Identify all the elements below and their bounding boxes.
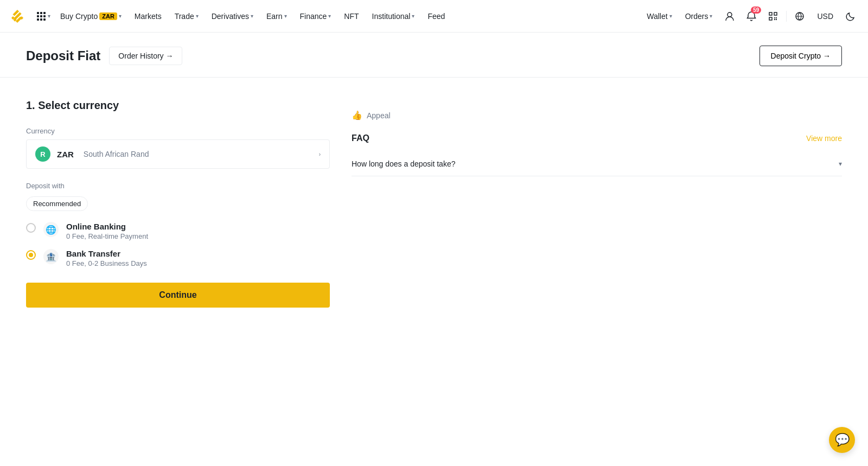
theme-toggle-button[interactable] [842,8,859,25]
faq-item-0[interactable]: How long does a deposit take? ▾ [352,152,842,176]
nav-item-derivatives[interactable]: Derivatives ▾ [206,9,259,24]
zar-badge: ZAR [99,12,117,20]
buy-crypto-chevron-icon: ▾ [119,13,122,19]
nav-item-feed[interactable]: Feed [422,9,450,24]
globe-icon [794,11,805,22]
wallet-chevron-icon: ▾ [669,13,672,19]
bank-transfer-desc: 0 Fee, 0-2 Business Days [66,259,147,267]
scan-icon [768,11,778,22]
appeal-row: 👍 Appeal [352,110,842,120]
orders-nav-item[interactable]: Orders ▾ [681,10,717,23]
currency-name: South African Rand [84,150,149,158]
appeal-label: Appeal [367,111,391,120]
continue-button[interactable]: Continue [26,283,330,308]
order-history-button[interactable]: Order History → [109,47,182,65]
svg-rect-2 [769,12,772,15]
online-banking-radio[interactable] [26,223,36,233]
page-title-row: Deposit Fiat Order History → [26,47,182,65]
currency-field-label: Currency [26,127,330,135]
nav-item-buy-crypto[interactable]: Buy Crypto ZAR ▾ [55,9,127,24]
nav-item-nft[interactable]: NFT [339,9,364,24]
currency-selector[interactable]: USD [813,10,838,23]
svg-rect-4 [769,17,772,20]
earn-chevron-icon: ▾ [284,13,287,19]
page-title: Deposit Fiat [26,48,100,63]
currency-selector-dropdown[interactable]: R ZAR South African Rand › [26,139,330,169]
radio-selected-dot [29,253,33,257]
binance-logo-icon [9,8,26,25]
faq-title: FAQ [352,133,369,143]
page-header: Deposit Fiat Order History → Deposit Cry… [0,33,868,78]
faq-header: FAQ View more [352,133,842,143]
currency-code: ZAR [57,150,74,159]
online-banking-name: Online Banking [66,222,148,231]
nav-item-finance[interactable]: Finance ▾ [295,9,337,24]
bank-transfer-radio[interactable] [26,250,36,260]
faq-question-0: How long does a deposit take? [352,159,455,168]
form-section: 1. Select currency Currency R ZAR South … [26,99,330,308]
wallet-nav-item[interactable]: Wallet ▾ [642,10,676,23]
nav-item-trade[interactable]: Trade ▾ [169,9,204,24]
grid-icon [37,12,46,21]
step-title: 1. Select currency [26,99,330,112]
institutional-chevron-icon: ▾ [412,13,414,19]
derivatives-chevron-icon: ▾ [251,13,253,19]
grid-chevron-icon: ▾ [48,13,50,19]
online-banking-desc: 0 Fee, Real-time Payment [66,232,148,240]
payment-option-online-banking[interactable]: 🌐 Online Banking 0 Fee, Real-time Paymen… [26,222,330,240]
bank-transfer-info: Bank Transfer 0 Fee, 0-2 Business Days [66,249,147,267]
sidebar-section: 👍 Appeal FAQ View more How long does a d… [352,99,842,308]
notification-count-badge: 59 [751,7,761,14]
bank-transfer-icon: 🏦 [43,249,59,264]
deposit-crypto-button[interactable]: Deposit Crypto → [760,46,842,66]
faq-chevron-icon: ▾ [839,160,842,168]
nav-item-institutional[interactable]: Institutional ▾ [367,9,420,24]
profile-icon-button[interactable] [721,8,738,25]
appeal-icon: 👍 [352,110,362,120]
scan-icon-button[interactable] [764,8,782,25]
nav-divider [786,11,787,22]
logo[interactable] [9,8,26,25]
recommended-badge: Recommended [26,196,88,211]
view-more-link[interactable]: View more [806,134,842,143]
online-banking-info: Online Banking 0 Fee, Real-time Payment [66,222,148,240]
nav-grid-button[interactable]: ▾ [33,10,55,23]
nav-right: Wallet ▾ Orders ▾ 59 USD [642,8,859,25]
globe-icon-button[interactable] [791,8,808,25]
svg-rect-3 [774,12,777,15]
main-content: 1. Select currency Currency R ZAR South … [0,78,868,329]
online-banking-icon: 🌐 [43,222,59,237]
nav-item-markets[interactable]: Markets [129,9,167,24]
trade-chevron-icon: ▾ [196,13,199,19]
orders-chevron-icon: ▾ [710,13,712,19]
finance-chevron-icon: ▾ [328,13,331,19]
payment-options: 🌐 Online Banking 0 Fee, Real-time Paymen… [26,222,330,267]
nav-item-earn[interactable]: Earn ▾ [261,9,292,24]
deposit-with-label: Deposit with [26,182,330,190]
profile-icon [724,11,735,22]
navbar: ▾ Buy Crypto ZAR ▾ Markets Trade ▾ Deriv… [0,0,868,33]
nav-items: Buy Crypto ZAR ▾ Markets Trade ▾ Derivat… [55,9,642,24]
currency-chevron-icon: › [319,151,321,157]
moon-icon [846,11,856,21]
payment-option-bank-transfer[interactable]: 🏦 Bank Transfer 0 Fee, 0-2 Business Days [26,249,330,267]
currency-logo: R [35,146,50,162]
currency-left: R ZAR South African Rand [35,146,149,162]
bank-transfer-name: Bank Transfer [66,249,147,258]
svg-point-1 [727,12,732,17]
notification-icon-button[interactable]: 59 [743,8,760,25]
